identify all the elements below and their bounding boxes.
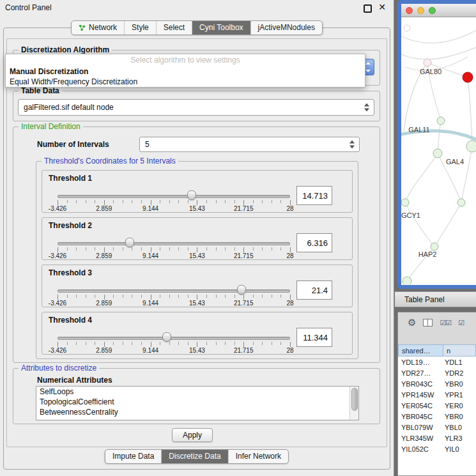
- scale-label: 15.43: [189, 252, 205, 259]
- scrollbar-thumb[interactable]: [351, 388, 358, 411]
- select-column-icon[interactable]: ☑: [458, 319, 464, 327]
- node-label: GAL80: [420, 68, 441, 75]
- table-row[interactable]: YDR27…YDR2: [398, 367, 476, 378]
- zoom-traffic-light-icon[interactable]: [429, 7, 436, 14]
- threshold-label: Threshold 3: [49, 268, 92, 277]
- threshold-slider[interactable]: -3.4262.8599.14415.4321.71528: [58, 190, 290, 212]
- table-row[interactable]: YBR045CYBR0: [398, 411, 476, 422]
- tab-jactivemnodules[interactable]: jActiveMNodules: [250, 21, 322, 35]
- number-of-intervals-combobox[interactable]: 5: [139, 137, 360, 152]
- combobox-stepper-icon[interactable]: [364, 104, 370, 112]
- threshold-value-field[interactable]: [296, 233, 332, 252]
- attribute-item[interactable]: SelfLoops: [36, 387, 358, 397]
- node-gcy1[interactable]: [401, 199, 409, 206]
- discretization-algorithm-title: Discretization Algorithm: [19, 45, 112, 54]
- close-traffic-light-icon[interactable]: [406, 7, 413, 14]
- select-all-columns-icon[interactable]: ☑☑: [440, 319, 451, 327]
- slider-thumb[interactable]: [187, 190, 196, 200]
- number-of-intervals-label: Number of Intervals: [37, 140, 109, 149]
- node-gal11[interactable]: [437, 117, 445, 125]
- algorithm-option[interactable]: Equal Width/Frequency Discretization: [6, 77, 365, 87]
- apply-button[interactable]: Apply: [172, 428, 213, 442]
- node-gal80[interactable]: [424, 59, 431, 66]
- threshold-slider[interactable]: -3.4262.8599.14415.4321.71528: [58, 332, 290, 354]
- slider-ticks: [58, 342, 290, 345]
- attributes-group-title: Attributes to discretize: [19, 364, 99, 372]
- float-window-button[interactable]: [364, 4, 372, 13]
- attribute-item[interactable]: TopologicalCoefficient: [36, 397, 358, 407]
- slider-scale: -3.4262.8599.14415.4321.71528: [58, 252, 290, 259]
- node-hap2[interactable]: [431, 243, 438, 250]
- tab-discretize-data[interactable]: Discretize Data: [161, 450, 227, 463]
- algorithm-option[interactable]: Manual Discretization: [6, 66, 365, 77]
- table-row[interactable]: YER054CYER0: [398, 400, 476, 411]
- scale-label: 2.859: [96, 252, 112, 259]
- threshold-value-field[interactable]: [296, 280, 332, 300]
- tab-style[interactable]: Style: [124, 21, 156, 35]
- node-gal4[interactable]: [433, 149, 442, 158]
- threshold-slider[interactable]: -3.4262.8599.14415.4321.71528: [58, 238, 290, 259]
- network-node[interactable]: [463, 72, 473, 82]
- network-view-window: GAL80GAL11GAL4GCY1HAP2: [397, 0, 476, 289]
- scale-label: 9.144: [142, 252, 158, 259]
- table-rows: YDL19…YDL1YDR27…YDR2YBR043CYBR0YPR145WYP…: [398, 357, 476, 475]
- thresholds-group-title: Threshold's Coordinates for 5 Intervals: [42, 157, 178, 165]
- threshold-group: Threshold 4-3.4262.8599.14415.4321.71528: [42, 312, 353, 355]
- table-row[interactable]: YPR145WYPR1: [398, 389, 476, 400]
- table-row[interactable]: YLR345WYLR3: [398, 433, 476, 443]
- slider-thumb[interactable]: [162, 332, 171, 342]
- numerical-attributes-heading: Numerical Attributes: [37, 376, 112, 385]
- table-row[interactable]: YBR043CYBR0: [398, 378, 476, 389]
- network-canvas[interactable]: GAL80GAL11GAL4GCY1HAP2: [401, 17, 476, 285]
- cell-name: YBR0: [443, 413, 476, 420]
- node-label: GAL11: [408, 126, 429, 134]
- tab-label: Discretize Data: [169, 452, 220, 461]
- column-chooser-icon[interactable]: [423, 319, 433, 326]
- table-row[interactable]: YIL052CYIL0: [398, 443, 476, 454]
- cell-name: YER0: [443, 402, 476, 410]
- slider-thumb[interactable]: [125, 238, 134, 247]
- table-data-title: Table Data: [19, 86, 62, 95]
- network-node[interactable]: [457, 199, 465, 206]
- close-panel-button[interactable]: ✕: [378, 2, 386, 12]
- threshold-value-field[interactable]: [296, 186, 332, 205]
- tab-network[interactable]: Network: [72, 21, 124, 35]
- tab-cyni-toolbox[interactable]: Cyni Toolbox: [192, 21, 250, 35]
- gear-icon[interactable]: ⚙: [408, 318, 416, 328]
- network-node[interactable]: [403, 277, 411, 284]
- slider-track: [58, 337, 290, 340]
- scale-label: 15.43: [189, 300, 205, 307]
- cell-shared-name: YBR043C: [398, 380, 443, 388]
- combobox-stepper-icon[interactable]: [349, 141, 355, 149]
- table-row[interactable]: YBL079WYBL0: [398, 422, 476, 433]
- cell-name: YBR0: [443, 380, 476, 388]
- cell-shared-name: YBR045C: [398, 413, 443, 420]
- threshold-group: Threshold 1-3.4262.8599.14415.4321.71528: [42, 170, 353, 213]
- list-scrollbar[interactable]: [349, 387, 358, 420]
- network-window-titlebar[interactable]: [401, 4, 476, 17]
- minimize-traffic-light-icon[interactable]: [417, 7, 424, 14]
- scale-label: -3.426: [49, 300, 66, 307]
- column-header-name[interactable]: n: [443, 344, 476, 357]
- cell-shared-name: YIL052C: [398, 445, 443, 453]
- attributes-list[interactable]: SelfLoopsTopologicalCoefficientBetweenne…: [36, 386, 359, 420]
- network-node[interactable]: [404, 25, 410, 31]
- scale-label: -3.426: [49, 205, 66, 212]
- table-data-combobox[interactable]: galFiltered.sif default node: [18, 99, 374, 116]
- table-panel-titlebar[interactable]: Table Panel: [395, 291, 476, 307]
- threshold-value-field[interactable]: [296, 328, 332, 347]
- slider-thumb[interactable]: [237, 285, 246, 295]
- cell-shared-name: YDL19…: [398, 358, 443, 366]
- threshold-group: Threshold 2-3.4262.8599.14415.4321.71528: [42, 217, 353, 260]
- attribute-item[interactable]: BetweennessCentrality: [36, 407, 358, 417]
- network-node[interactable]: [466, 141, 476, 152]
- threshold-slider[interactable]: -3.4262.8599.14415.4321.71528: [58, 285, 290, 307]
- cell-name: YDR2: [443, 369, 476, 377]
- top-tab-bar: NetworkStyleSelectCyni ToolboxjActiveMNo…: [71, 20, 323, 35]
- tab-select[interactable]: Select: [156, 21, 192, 35]
- table-row[interactable]: YDL19…YDL1: [398, 357, 476, 367]
- tab-infer-network[interactable]: Infer Network: [228, 450, 288, 463]
- column-header-shared-name[interactable]: shared…: [398, 344, 443, 357]
- cell-name: YBL0: [443, 424, 476, 431]
- tab-impute-data[interactable]: Impute Data: [105, 450, 161, 463]
